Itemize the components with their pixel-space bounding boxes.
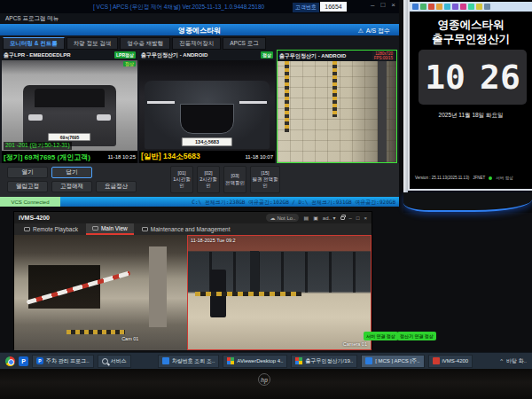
tab-vehicle-search[interactable]: 차량 정보 검색: [66, 37, 119, 50]
kiosk-footer: Version : 25.11.13(2025.11.13) JFNET 서버 …: [415, 176, 512, 180]
maximize-icon[interactable]: □: [380, 1, 385, 9]
apcs-titlebar: [ VCS ] APCS (무인정 제어 4채널) Ver.2025-11-13…: [0, 0, 399, 13]
chrome-icon[interactable]: [5, 356, 15, 366]
version-text: Version : 25.11.13(2025.11.13): [415, 176, 469, 180]
discount-1hour-button[interactable]: [01] 1시간할인: [170, 166, 193, 193]
lpr-status-badge: LPR정상: [114, 51, 136, 59]
tab-maintenance-management[interactable]: Maintenance and Management: [136, 223, 237, 235]
customer-number-field[interactable]: 16654: [320, 2, 347, 12]
cctv-pane-exit-lane-selected[interactable]: 11-18-2025 Tue 09:2 Camera 01: [187, 235, 372, 350]
kiosk-camera-feed: 134소5683: [139, 60, 275, 163]
windows-desktop: iVMS-4200 ☁ Not Lo.. ▤ ▣ ad.. ▾ – □ ×: [0, 207, 532, 352]
camera-name-overlay: Camera 01: [343, 341, 367, 347]
taskbar-item-plate-lookup[interactable]: 차량번호 조회 조..: [158, 355, 220, 368]
fee-settlement-button[interactable]: 요금정산: [96, 181, 137, 192]
tab-receipt-reissue[interactable]: 영수증 재발행: [120, 37, 170, 50]
ivms-window: iVMS-4200 ☁ Not Lo.. ▤ ▣ ad.. ▾ – □ ×: [13, 211, 372, 349]
kiosk-date: 2025년 11월 18일 화요일: [410, 112, 532, 120]
app-icon: [365, 357, 372, 364]
server-status-pill: 서버 연결 정상: [364, 332, 398, 340]
kiosk-monitor-bottom-glow: [403, 192, 532, 212]
android-camera-feed: [278, 61, 396, 162]
ivms-icon: [433, 357, 440, 364]
clock-minutes: 26: [480, 58, 520, 97]
tab-main-view[interactable]: Main View: [86, 223, 134, 235]
apcs-window: [ VCS ] APCS (무인정 제어 4채널) Ver.2025-11-13…: [0, 0, 399, 207]
release-hold-button[interactable]: 고정해제: [51, 181, 92, 192]
gate-close-button[interactable]: 닫기: [51, 167, 92, 178]
close-icon[interactable]: ×: [364, 215, 367, 221]
chevron-down-icon: ▾: [333, 215, 336, 221]
minimize-icon[interactable]: –: [349, 215, 352, 221]
customer-number-label: 고객번호: [293, 3, 319, 12]
apcs-menu[interactable]: APCS 프로그램 메뉴: [0, 13, 399, 24]
parking-app-icon[interactable]: P: [19, 356, 28, 366]
kiosk-remote-toolbar[interactable]: [410, 2, 532, 12]
hp-logo: hp: [258, 373, 270, 386]
system-tray[interactable]: ^ 바탕 화..: [500, 357, 527, 365]
plate-result-bar: [일반] 134소5683 11-18 10:07: [139, 151, 275, 163]
capture-timestamp: 11-18 10:07: [245, 154, 273, 160]
camera-panel-exit-lpr[interactable]: 출구LPR - EMBEDDEDLPR LPR정상 정상 69저7695 201…: [2, 50, 137, 163]
apcs-window-controls: – □ ×: [371, 1, 395, 9]
login-status-pill[interactable]: ☁ Not Lo..: [266, 214, 299, 222]
gate-control-area: 열기 닫기 열림고정 고정해제 요금정산 [01] 1시간할인 [02] 2시간…: [0, 163, 399, 197]
parking-app-icon: P: [36, 357, 43, 364]
hold-open-button[interactable]: 열림고정: [7, 181, 48, 192]
discount-2hour-button[interactable]: [02] 2시간할인: [197, 166, 220, 193]
ivms-titlebar: iVMS-4200 ☁ Not Lo.. ▤ ▣ ad.. ▾ – □ ×: [14, 212, 372, 223]
vehicle-silhouette: 134소5683: [145, 81, 270, 149]
ivms-titlebar-controls: ☁ Not Lo.. ▤ ▣ ad.. ▾ – □ ×: [266, 214, 367, 222]
vendor-text: JFNET: [473, 176, 485, 180]
taskbar-item-parking-manager[interactable]: P 주차 관리 프로그..: [32, 355, 94, 368]
layout-grid-icon[interactable]: ▤: [303, 215, 309, 221]
tab-remote-playback[interactable]: Remote Playback: [18, 223, 84, 235]
as-receipt-button[interactable]: ⚠ A/S 접수: [357, 27, 390, 35]
tab-motor-control[interactable]: 전동제어장치: [172, 37, 221, 50]
apcs-status-bar: VCS Connected C:\ 전체크기:238GB 여유공간:102GB …: [0, 197, 399, 207]
plate-result-text: [일반] 134소5683: [141, 152, 200, 162]
tab-monitoring-control[interactable]: 모니터링 & 컨트롤: [3, 37, 65, 50]
camera-panel-kiosk-front[interactable]: 출구무인정산기 - ANDROID 정상 134소5683 [일반] 134소5…: [139, 50, 275, 163]
minimize-icon[interactable]: –: [371, 1, 374, 9]
kiosk-title: 영종에스타워 출구무인정산기: [410, 18, 532, 47]
kiosk-status-pill: 정산기 연결 정상: [397, 332, 436, 340]
apcs-window-title: [ VCS ] APCS (무인정 제어 4채널) Ver.2025-11-13…: [93, 4, 264, 12]
capture-timestamp: 11-18 10:25: [107, 154, 136, 160]
camera-panel-header: 출구무인정산기 - ANDROID 정상: [139, 50, 275, 60]
cctv-pane-barrier[interactable]: Cam 01: [14, 235, 187, 350]
discount-monthly-full-button[interactable]: [15] 월권 전액할인: [250, 166, 280, 193]
taskbar-item-services[interactable]: 서비스: [98, 355, 131, 368]
monitor-bezel: hp: [0, 369, 532, 399]
ivms-video-grid: Cam 01 11-18-2025 Tue 09:2 Camera 01: [14, 235, 372, 350]
gate-open-button[interactable]: 열기: [7, 167, 48, 178]
user-menu[interactable]: ad.. ▾: [323, 215, 336, 221]
season-ticket-overlay: 201 -201 (만기:50-12-31): [4, 142, 72, 150]
taskbar-item-apcs-active[interactable]: [ MCS ] APCS [주..: [361, 355, 424, 368]
camera-panel-android-selected[interactable]: 출구무인정산기 - ANDROID 1280x720 FPS:00/15: [277, 50, 397, 163]
kiosk-clock: 10 26: [419, 50, 527, 105]
close-icon[interactable]: ×: [391, 1, 395, 9]
windows-taskbar: P P 주차 관리 프로그.. 서비스 차량번호 조회 조.. AViewerD…: [0, 352, 532, 369]
capture-icon[interactable]: ▣: [313, 215, 318, 221]
disk-usage-text: C:\ 전체크기:238GB 여유공간:102GB / D:\ 전체크기:931…: [192, 199, 395, 207]
camera-panel-header: 출구LPR - EMBEDDEDLPR LPR정상: [2, 50, 137, 60]
windows-colors-icon: [227, 357, 234, 364]
clock-hours: 10: [425, 58, 466, 97]
photo-of-monitors: [ VCS ] APCS (무인정 제어 4채널) Ver.2025-11-13…: [0, 0, 532, 399]
stream-resolution-fps: 1280x720 FPS:00/15: [372, 51, 395, 61]
taskbar-item-exit-kiosk[interactable]: 출구무인정산기/19..: [291, 355, 357, 368]
cam-status-badge: 정상: [261, 51, 273, 59]
camera-panel-header: 출구무인정산기 - ANDROID 1280x720 FPS:00/15: [278, 51, 396, 61]
maximize-icon[interactable]: □: [356, 215, 360, 221]
tray-caret-icon[interactable]: ^: [500, 358, 503, 364]
discount-full-button[interactable]: [03] 전액할인: [223, 166, 246, 193]
tab-apcs-log[interactable]: APCS 로그: [223, 37, 266, 50]
kiosk-screen: 영종에스타워 출구무인정산기 10 26 2025년 11월 18일 화요일 V…: [408, 0, 532, 191]
taskbar-item-ivms[interactable]: iVMS-4200: [428, 355, 473, 368]
camera-name-overlay: Cam 01: [121, 336, 138, 341]
license-plate: 134소5683: [182, 137, 231, 146]
document-icon: [162, 357, 169, 364]
taskbar-item-viewer-desktop[interactable]: AViewerDesktop 4..: [223, 355, 287, 368]
lock-icon[interactable]: [340, 216, 345, 220]
